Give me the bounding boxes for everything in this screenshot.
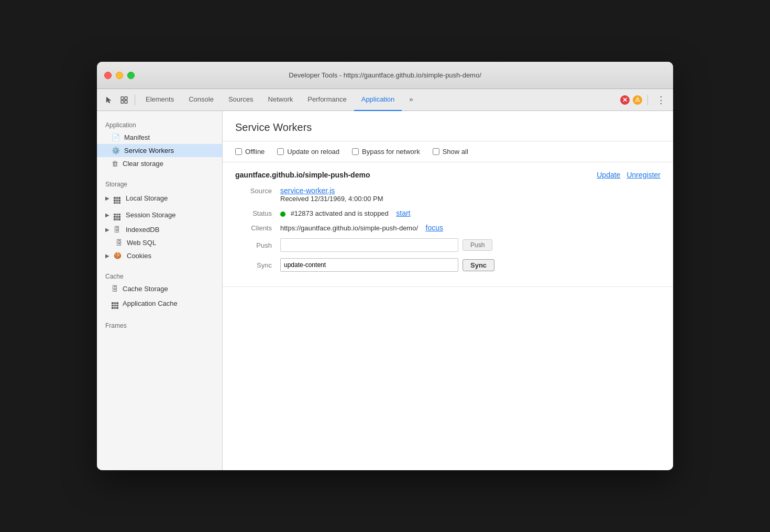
status-row: Status #12873 activated and is stopped s… [235,209,661,217]
sidebar: Application 📄 Manifest ⚙️ Service Worker… [97,111,223,470]
minimize-button[interactable] [116,72,123,79]
sidebar-item-app-cache[interactable]: Application Cache [97,295,222,312]
status-text: #12873 activated and is stopped [291,209,389,217]
tab-performance[interactable]: Performance [300,89,354,111]
focus-link[interactable]: focus [426,224,443,232]
error-badge: ✕ [620,95,630,105]
tab-application[interactable]: Application [354,89,402,111]
manifest-icon: 📄 [112,134,120,141]
toolbar-right-divider [647,95,648,105]
expand-arrow-local-storage: ▶ [105,195,111,201]
clients-label: Clients [235,224,272,232]
tab-more[interactable]: » [402,89,420,111]
storage-section-label: Storage [97,175,222,190]
update-on-reload-label: Update on reload [287,148,339,156]
svg-rect-2 [121,101,124,103]
sidebar-item-indexeddb[interactable]: ▶ 🗄 IndexedDB [97,223,222,236]
websql-icon: 🗄 [116,239,123,247]
status-label: Status [235,209,272,217]
indexeddb-label: IndexedDB [126,226,159,234]
start-link[interactable]: start [396,209,410,217]
sw-actions: Update Unregister [597,171,661,179]
main-content: Application 📄 Manifest ⚙️ Service Worker… [97,111,673,470]
update-on-reload-option[interactable]: Update on reload [277,148,339,156]
clients-row: Clients https://gauntface.github.io/simp… [235,224,661,232]
window-title: Developer Tools - https://gauntface.gith… [289,71,481,79]
expand-arrow-cookies: ▶ [105,253,111,259]
frames-section-label: Frames [97,317,222,331]
status-value: #12873 activated and is stopped start [280,209,661,217]
show-all-option[interactable]: Show all [433,148,468,156]
cursor-icon-btn[interactable] [101,93,116,107]
bypass-for-network-checkbox[interactable] [352,148,359,155]
toolbar-divider [135,95,135,105]
local-storage-icon [114,193,120,204]
tab-sources[interactable]: Sources [221,89,261,111]
unregister-link[interactable]: Unregister [626,171,661,179]
session-storage-icon [114,209,120,220]
clients-url: https://gauntface.github.io/simple-push-… [280,224,418,232]
tab-elements[interactable]: Elements [138,89,181,111]
cookies-label: Cookies [127,252,151,260]
maximize-button[interactable] [127,72,135,79]
right-panel: Service Workers Offline Update on reload… [223,111,673,470]
svg-rect-1 [125,97,127,99]
push-label: Push [235,241,272,249]
more-options-button[interactable]: ⋮ [653,94,669,106]
sw-entry: gauntface.github.io/simple-push-demo Upd… [223,162,673,287]
tab-network[interactable]: Network [261,89,301,111]
sidebar-item-clear-storage[interactable]: 🗑 Clear storage [97,157,222,170]
bypass-for-network-option[interactable]: Bypass for network [352,148,420,156]
status-dot [280,212,285,217]
manifest-label: Manifest [124,134,150,141]
show-all-checkbox[interactable] [433,148,439,155]
push-input[interactable] [280,238,458,252]
app-cache-icon [112,298,118,309]
cookies-icon: 🍪 [114,252,122,259]
show-all-label: Show all [443,148,468,156]
sidebar-item-websql[interactable]: 🗄 Web SQL [97,236,222,249]
received-text: Received 12/31/1969, 4:00:00 PM [280,195,383,203]
titlebar: Developer Tools - https://gauntface.gith… [97,62,673,89]
sidebar-item-local-storage[interactable]: ▶ Local Storage [97,190,222,206]
svg-rect-3 [125,101,127,103]
sidebar-item-cache-storage[interactable]: 🗄 Cache Storage [97,282,222,295]
warning-badge: ⚠ [633,95,642,105]
indexeddb-icon: 🗄 [114,226,120,234]
clear-storage-icon: 🗑 [112,160,118,168]
sw-entry-header: gauntface.github.io/simple-push-demo Upd… [235,171,661,179]
inspect-icon-btn[interactable] [117,93,131,107]
panel-title: Service Workers [223,111,673,141]
service-workers-label: Service Workers [124,147,174,154]
sync-button[interactable]: Sync [463,259,494,271]
cache-section-label: Cache [97,268,222,282]
nav-tabs: Elements Console Sources Network Perform… [138,89,619,111]
update-on-reload-checkbox[interactable] [277,148,284,155]
push-button[interactable]: Push [463,239,492,251]
close-button[interactable] [104,72,112,79]
source-value: service-worker.js Received 12/31/1969, 4… [280,186,661,203]
push-row: Push Push [235,238,661,252]
app-cache-label: Application Cache [123,300,178,307]
source-link[interactable]: service-worker.js [280,186,335,195]
sidebar-item-session-storage[interactable]: ▶ Session Storage [97,206,222,223]
sync-input[interactable] [280,258,458,272]
offline-option[interactable]: Offline [235,148,265,156]
websql-label: Web SQL [127,239,156,247]
tab-console[interactable]: Console [181,89,221,111]
sidebar-item-cookies[interactable]: ▶ 🍪 Cookies [97,249,222,262]
sync-row: Sync Sync [235,258,661,272]
offline-label: Offline [245,148,265,156]
service-workers-icon: ⚙️ [112,147,120,154]
offline-checkbox[interactable] [235,148,242,155]
session-storage-label: Session Storage [126,211,175,219]
app-section-label: Application [97,116,222,131]
sidebar-item-manifest[interactable]: 📄 Manifest [97,131,222,144]
clients-value: https://gauntface.github.io/simple-push-… [280,224,661,232]
toolbar: Elements Console Sources Network Perform… [97,89,673,111]
sidebar-item-service-workers[interactable]: ⚙️ Service Workers [97,144,222,157]
update-link[interactable]: Update [597,171,620,179]
devtools-window: Developer Tools - https://gauntface.gith… [97,62,673,470]
expand-arrow-session-storage: ▶ [105,212,111,218]
source-row: Source service-worker.js Received 12/31/… [235,186,661,203]
